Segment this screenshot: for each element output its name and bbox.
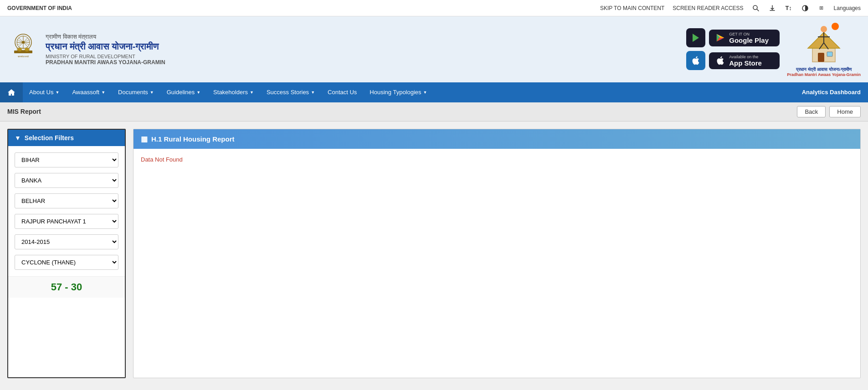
- report-grid-icon: ▦: [141, 135, 148, 143]
- svg-point-28: [832, 23, 839, 30]
- search-icon[interactable]: [752, 4, 760, 12]
- breadcrumb-bar: MIS Report Back Home: [0, 102, 868, 122]
- nav-item-stakeholders[interactable]: Stakeholders ▼: [207, 82, 260, 102]
- nav-home-button[interactable]: [0, 82, 23, 102]
- svg-text:सत्यमेव जयते: सत्यमेव जयते: [17, 55, 28, 58]
- svg-point-16: [25, 48, 29, 51]
- header-title-hindi: प्रधान मंत्री आवास योजना-ग्रामीण: [46, 41, 165, 52]
- filters-body: BIHAR BANKA BELHAR RAJPUR PANCHAYAT 1 20…: [8, 146, 125, 276]
- app-store-label1: Available on the: [729, 55, 762, 59]
- download-icon[interactable]: [768, 4, 776, 12]
- svg-rect-13: [14, 51, 32, 53]
- nav-item-success-stories[interactable]: Success Stories ▼: [260, 82, 321, 102]
- font-size-icon[interactable]: T↕: [785, 4, 793, 12]
- svg-line-1: [757, 9, 759, 11]
- nav-label-guidelines: Guidelines: [167, 89, 195, 96]
- chevron-down-icon: ▼: [423, 90, 427, 95]
- nav-label-about-us: About Us: [29, 89, 53, 96]
- mascot-svg: [799, 21, 849, 66]
- filters-title: Selection Filters: [25, 134, 74, 142]
- filters-footer: 57 - 30: [8, 276, 125, 298]
- district-select[interactable]: BANKA: [15, 173, 118, 188]
- panchayat-select[interactable]: RAJPUR PANCHAYAT 1: [15, 214, 118, 229]
- filters-header: ▼ Selection Filters: [8, 130, 125, 146]
- nav-label-awaassoft: Awaassoft: [72, 89, 99, 96]
- svg-point-23: [821, 26, 827, 32]
- google-play-text: GET IT ON Google Play: [729, 32, 769, 44]
- nav-label-documents: Documents: [118, 89, 148, 96]
- header-title-english: PRADHAN MANTRI AWAAS YOJANA-GRAMIN: [46, 59, 165, 66]
- svg-point-0: [753, 5, 757, 10]
- svg-rect-22: [827, 52, 832, 56]
- chevron-down-icon: ▼: [55, 90, 59, 95]
- site-header: सत्यमेव जयते ग्रामीण विकास मंत्रालय प्रध…: [0, 16, 868, 82]
- mascot-title: प्रधान मंत्री आवास योजना-ग्रामीण: [787, 66, 861, 72]
- report-panel: ▦ H.1 Rural Housing Report Data Not Foun…: [133, 129, 861, 378]
- nav-item-contact-us[interactable]: Contact Us: [321, 82, 363, 102]
- apple-icon: [691, 56, 701, 66]
- nav-item-guidelines[interactable]: Guidelines ▼: [160, 82, 207, 102]
- chevron-down-icon: ▼: [250, 90, 254, 95]
- nav-bar: About Us ▼ Awaassoft ▼ Documents ▼ Guide…: [0, 82, 868, 102]
- year-select[interactable]: 2014-2015: [15, 234, 118, 249]
- gov-label: GOVERNMENT OF INDIA: [7, 5, 72, 11]
- chevron-down-icon: ▼: [196, 90, 200, 95]
- svg-point-15: [17, 48, 22, 51]
- nav-item-documents[interactable]: Documents ▼: [112, 82, 160, 102]
- nav-label-stakeholders: Stakeholders: [213, 89, 248, 96]
- google-play-button[interactable]: GET IT ON Google Play: [709, 30, 780, 46]
- chevron-down-icon: ▼: [150, 90, 154, 95]
- nav-item-housing-typologies[interactable]: Housing Typologies ▼: [363, 82, 433, 102]
- nav-item-about-us[interactable]: About Us ▼: [23, 82, 66, 102]
- report-body: Data Not Found: [134, 149, 860, 170]
- app-store-label2: App Store: [729, 59, 762, 67]
- state-select[interactable]: BIHAR: [15, 152, 118, 167]
- app-store-row: Available on the App Store: [686, 51, 780, 70]
- google-play-label1: GET IT ON: [729, 32, 769, 36]
- breadcrumb-actions: Back Home: [797, 106, 861, 117]
- back-button[interactable]: Back: [797, 106, 826, 117]
- mascot-subtitle: Pradhan Mantri Awaas Yojana-Gramin: [787, 72, 861, 78]
- top-bar-right: SKIP TO MAIN CONTENT SCREEN READER ACCES…: [600, 4, 861, 12]
- nav-label-contact-us: Contact Us: [328, 89, 357, 96]
- top-bar: GOVERNMENT OF INDIA SKIP TO MAIN CONTENT…: [0, 0, 868, 16]
- category-select[interactable]: CYCLONE (THANE): [15, 255, 118, 270]
- nav-item-awaassoft[interactable]: Awaassoft ▼: [66, 82, 112, 102]
- report-title: H.1 Rural Housing Report: [151, 135, 235, 143]
- filter-footer-text: 57 - 30: [51, 281, 82, 293]
- layout-icon[interactable]: ⊞: [817, 4, 826, 12]
- mascot-area: प्रधान मंत्री आवास योजना-ग्रामीण Pradhan…: [787, 21, 861, 78]
- app-badges: GET IT ON Google Play Avail: [686, 28, 780, 70]
- header-subtitle-english: MINISTRY OF RURAL DEVELOPMENT: [46, 54, 165, 59]
- theme-icon[interactable]: [801, 4, 809, 12]
- filter-icon: ▼: [15, 134, 21, 142]
- nav-analytics-dashboard[interactable]: Analytics Dashboard: [795, 82, 868, 102]
- google-play-row: GET IT ON Google Play: [686, 28, 780, 47]
- block-select[interactable]: BELHAR: [15, 193, 118, 208]
- google-play-icon[interactable]: [686, 28, 705, 47]
- svg-marker-18: [693, 34, 699, 42]
- app-store-text: Available on the App Store: [729, 55, 762, 67]
- header-left: सत्यमेव जयते ग्रामीण विकास मंत्रालय प्रध…: [7, 31, 165, 67]
- apple-logo-icon: [715, 56, 725, 66]
- svg-rect-21: [818, 53, 824, 62]
- header-text: ग्रामीण विकास मंत्रालय प्रधान मंत्री आवा…: [46, 33, 165, 66]
- chevron-down-icon: ▼: [311, 90, 315, 95]
- nav-label-success-stories: Success Stories: [267, 89, 309, 96]
- app-store-button[interactable]: Available on the App Store: [709, 52, 780, 69]
- google-play-label2: Google Play: [729, 36, 769, 44]
- main-content: ▼ Selection Filters BIHAR BANKA BELHAR R…: [0, 122, 868, 385]
- home-button[interactable]: Home: [829, 106, 861, 117]
- filters-panel: ▼ Selection Filters BIHAR BANKA BELHAR R…: [7, 129, 126, 378]
- skip-to-main[interactable]: SKIP TO MAIN CONTENT: [600, 5, 664, 11]
- languages-btn[interactable]: Languages: [834, 5, 861, 11]
- screen-reader-access[interactable]: SCREEN READER ACCESS: [673, 5, 743, 11]
- data-not-found-text: Data Not Found: [141, 156, 183, 163]
- chevron-down-icon: ▼: [101, 90, 105, 95]
- google-play-store-icon: [715, 33, 725, 43]
- header-right: GET IT ON Google Play Avail: [686, 21, 861, 78]
- page-title: MIS Report: [7, 108, 41, 115]
- nav-label-housing-typologies: Housing Typologies: [370, 89, 421, 96]
- app-store-icon[interactable]: [686, 51, 705, 70]
- report-header: ▦ H.1 Rural Housing Report: [134, 129, 860, 149]
